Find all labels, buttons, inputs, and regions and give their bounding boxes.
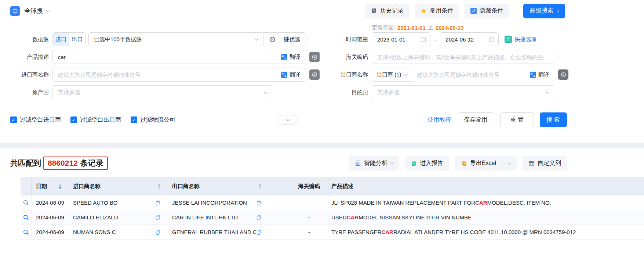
sort-desc-icon — [59, 187, 62, 189]
filter-blank-exporter[interactable]: ✓ 过滤空白出口商 — [70, 116, 121, 124]
exporter-type-select[interactable]: 出口商 (1) — [372, 68, 412, 81]
copy-icon[interactable] — [155, 200, 161, 205]
save-common-button[interactable]: 保存常用 — [457, 112, 494, 127]
copy-icon[interactable] — [155, 215, 161, 220]
row-search-icon[interactable] — [23, 200, 29, 206]
filter-blank-importer[interactable]: ✓ 过滤空白进口商 — [10, 116, 61, 124]
importer-name-input[interactable] — [53, 68, 281, 81]
quick-optimize-button[interactable]: 一键优选 — [263, 33, 306, 46]
cell-exporter: GENERAL RUBBER THAILAND C — [166, 225, 267, 239]
header-search-column — [21, 177, 32, 195]
section-divider — [0, 143, 644, 148]
search-swap-icon[interactable] — [309, 52, 320, 62]
search-swap-icon[interactable] — [309, 69, 320, 80]
header-importer[interactable]: 进口商名称 — [67, 177, 166, 195]
copy-icon[interactable] — [155, 229, 161, 235]
exporter-combo: 出口商 (1) 中A 翻译 — [372, 68, 554, 82]
exporter-type-value: 出口商 (1) — [376, 71, 401, 78]
custom-columns-button[interactable]: 自定义列 — [523, 156, 567, 170]
quick-optimize-label: 一键优选 — [278, 36, 300, 43]
cell-date: 2024-06-09 — [32, 195, 67, 210]
dest-country-select[interactable]: 支持多选 — [372, 85, 554, 99]
keyword-highlight: CAR — [347, 214, 359, 220]
chevron-down-icon — [264, 90, 268, 93]
sort-asc-icon — [259, 184, 262, 186]
copy-icon[interactable] — [256, 215, 262, 220]
data-source-select[interactable]: 已选中105个数据源 — [89, 33, 263, 46]
product-desc-label: 产品描述 — [0, 54, 52, 61]
update-range: 更新范围: 2021-01-01 至 2024-06-13 — [372, 23, 644, 32]
sort-carets[interactable] — [158, 184, 161, 189]
cell-product-desc: USED CAR MODEL NISSAN SKYLINE GT-R VIN N… — [328, 210, 644, 225]
svg-text:BI: BI — [356, 163, 359, 165]
tutorial-link[interactable]: 使用教程 — [427, 116, 451, 124]
smart-analysis-button[interactable]: BI 智能分析 — [349, 156, 399, 170]
origin-country-row: 原产国 支持多选 — [0, 85, 330, 99]
translate-label: 翻译 — [290, 54, 301, 61]
sort-asc-icon — [158, 184, 161, 186]
header-label: 海关编码 — [298, 183, 320, 190]
sort-carets[interactable] — [259, 184, 262, 189]
copy-icon[interactable] — [256, 200, 262, 205]
exporter-name-input[interactable] — [412, 68, 530, 82]
keyword-highlight: CAR — [475, 200, 487, 206]
app-logo — [10, 6, 20, 16]
export-excel-split-button: 导出Excel — [455, 156, 517, 170]
star-icon: ★ — [421, 8, 427, 14]
product-desc-row: 产品描述 中A 翻译 — [0, 50, 330, 64]
enter-report-button[interactable]: 进入报告 — [405, 156, 449, 170]
export-options-button[interactable] — [502, 156, 517, 170]
results-table: 日期进口商名称出口商名称海关编码产品描述 2024-06-09SPEED AUT… — [21, 177, 644, 240]
title-chevron-down-icon[interactable] — [46, 8, 50, 12]
translate-button[interactable]: 中A 翻译 — [281, 71, 301, 78]
translate-button[interactable]: 中A 翻译 — [281, 54, 301, 61]
end-date-picker[interactable]: 2024-06-12 — [440, 32, 499, 46]
reset-button[interactable]: 重 置 — [500, 112, 534, 127]
export-excel-label: 导出Excel — [470, 159, 496, 167]
collapse-panel-button[interactable] — [278, 115, 298, 125]
export-excel-button[interactable]: 导出Excel — [455, 156, 502, 170]
sort-carets[interactable] — [59, 184, 62, 189]
export-tab[interactable]: 出口 — [69, 33, 85, 46]
start-date-picker[interactable]: 2023-01-01 — [372, 32, 430, 46]
history-label: 历史记录 — [380, 7, 404, 15]
svg-text:A: A — [284, 74, 287, 78]
header-date[interactable]: 日期 — [32, 177, 67, 195]
hs-code-input[interactable] — [372, 50, 549, 64]
translate-label: 翻译 — [538, 71, 549, 78]
update-range-label: 更新范围: — [372, 24, 395, 31]
match-count: 8860212 — [48, 159, 78, 168]
quick-options-button[interactable]: ⌘ 快捷选项 — [505, 36, 536, 43]
translate-icon: 中A — [281, 72, 287, 78]
translate-icon: 中A — [530, 72, 536, 78]
translate-button[interactable]: 中A 翻译 — [530, 71, 549, 78]
row-search-icon[interactable] — [23, 229, 29, 236]
exporter-name: GENERAL RUBBER THAILAND C — [172, 229, 256, 235]
import-tab[interactable]: 进口 — [53, 33, 69, 46]
copy-icon[interactable] — [256, 229, 262, 235]
quick-options-label: 快捷选项 — [514, 36, 536, 43]
history-button[interactable]: 历史记录 — [365, 4, 410, 18]
hs-code-row: 海关编码 — [330, 50, 644, 64]
form-left-column: 数据源 进口 出口 已选中105个数据源 一键优选 — [0, 23, 330, 103]
row-search-icon[interactable] — [23, 214, 29, 221]
importer-name-label: 进口商名称 — [0, 71, 52, 78]
hide-conditions-button[interactable]: 隐藏条件 — [465, 4, 509, 18]
cell-hs-code: - — [267, 195, 328, 210]
importer-name-row: 进口商名称 中A 翻译 — [0, 68, 330, 82]
favorites-button[interactable]: ★ 常用条件 — [415, 4, 459, 18]
cell-hs-code: - — [267, 225, 328, 239]
update-range-start: 2021-01-01 — [397, 25, 426, 31]
filter-logistics[interactable]: ✓ 过滤物流公司 — [131, 116, 175, 124]
chevron-down-icon — [508, 161, 512, 164]
search-swap-icon[interactable] — [558, 69, 568, 80]
search-button[interactable]: 搜 索 — [540, 112, 567, 127]
table-row: 2024-06-09SPEED AUTO BOJESSE LAI INCORPO… — [21, 195, 644, 210]
translate-icon: 中A — [281, 54, 287, 60]
advanced-search-button[interactable]: 高级搜索 — [523, 4, 565, 18]
product-desc-input[interactable] — [53, 50, 281, 64]
calendar-icon — [488, 36, 495, 43]
origin-country-select[interactable]: 支持多选 — [52, 85, 272, 99]
cell-importer: SPEED AUTO BO — [67, 195, 166, 210]
header-exporter[interactable]: 出口商名称 — [166, 177, 267, 195]
